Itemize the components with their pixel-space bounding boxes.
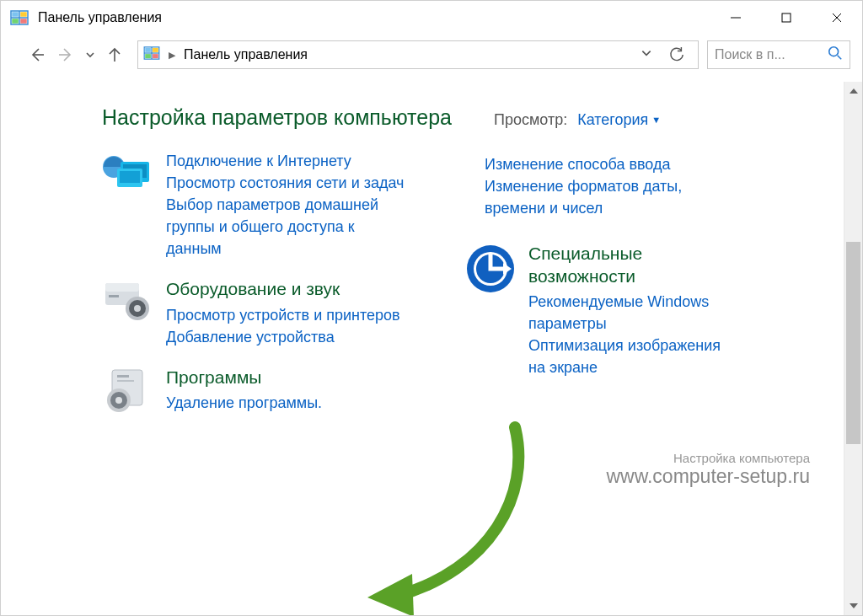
category-network: Подключение к Интернету Просмотр состоян… <box>102 150 405 260</box>
scroll-down-icon[interactable] <box>844 597 862 615</box>
link-homegroup-sharing[interactable]: Выбор параметров домашней группы и общег… <box>166 194 405 260</box>
breadcrumb-separator-icon: ▶ <box>169 50 175 61</box>
address-chevron-icon[interactable] <box>641 46 652 63</box>
maximize-button[interactable] <box>761 1 812 35</box>
svg-rect-2 <box>20 12 27 17</box>
link-recommended-settings[interactable]: Рекомендуемые Windows параметры <box>528 291 734 335</box>
scroll-up-icon[interactable] <box>844 82 862 100</box>
svg-rect-1 <box>12 12 19 17</box>
link-optimize-display[interactable]: Оптимизация изображения на экране <box>528 335 734 378</box>
navigation-bar: ▶ Панель управления <box>1 35 862 75</box>
category-region: Изменение способа ввода Изменение формат… <box>464 153 734 219</box>
watermark-line2: www.computer-setup.ru <box>606 465 810 488</box>
close-button[interactable] <box>812 1 862 35</box>
back-button[interactable] <box>26 44 48 66</box>
address-bar[interactable]: ▶ Панель управления <box>137 40 699 69</box>
category-title-hardware[interactable]: Оборудование и звук <box>166 278 405 300</box>
address-icon <box>143 46 160 64</box>
category-hardware: Оборудование и звук Просмотр устройств и… <box>102 278 405 347</box>
annotation-arrow-icon <box>363 419 549 615</box>
svg-rect-14 <box>153 47 158 51</box>
watermark: Настройка компьютера www.computer-setup.… <box>606 451 810 488</box>
content-area: Настройка параметров компьютера Просмотр… <box>1 82 844 615</box>
breadcrumb[interactable]: Панель управления <box>184 47 308 62</box>
hardware-icon <box>102 278 154 330</box>
ease-of-access-icon <box>464 243 517 295</box>
search-box[interactable] <box>707 40 850 69</box>
control-panel-icon <box>9 9 29 26</box>
link-change-input[interactable]: Изменение способа ввода <box>485 153 734 175</box>
svg-rect-6 <box>782 13 791 22</box>
svg-rect-23 <box>120 171 140 183</box>
svg-rect-4 <box>20 19 27 24</box>
view-label: Просмотр: <box>494 111 567 129</box>
search-icon[interactable] <box>828 46 843 64</box>
category-column-left: Подключение к Интернету Просмотр состоян… <box>102 158 405 437</box>
category-column-right: Изменение способа ввода Изменение формат… <box>464 158 734 437</box>
svg-rect-16 <box>153 53 158 57</box>
vertical-scrollbar[interactable] <box>844 82 862 615</box>
window-title: Панель управления <box>38 10 162 25</box>
page-heading: Настройка параметров компьютера <box>102 105 452 130</box>
link-add-device[interactable]: Добавление устройства <box>166 326 405 348</box>
svg-point-17 <box>829 47 839 56</box>
view-value-text: Категория <box>577 111 648 128</box>
minimize-button[interactable] <box>710 1 761 35</box>
link-network-status[interactable]: Просмотр состояния сети и задач <box>166 172 405 194</box>
up-button[interactable] <box>104 44 126 66</box>
svg-rect-13 <box>145 47 151 51</box>
refresh-button[interactable] <box>664 42 689 67</box>
scroll-thumb[interactable] <box>846 242 860 444</box>
svg-rect-32 <box>117 375 129 378</box>
svg-marker-41 <box>367 574 414 615</box>
svg-point-36 <box>115 397 122 404</box>
svg-marker-42 <box>850 88 858 94</box>
titlebar: Панель управления <box>1 1 862 35</box>
search-input[interactable] <box>715 47 828 62</box>
link-change-formats[interactable]: Изменение форматов даты, времени и чисел <box>485 175 734 219</box>
recent-chevron-icon[interactable] <box>83 44 97 66</box>
programs-icon <box>102 367 154 419</box>
window-controls <box>710 1 862 35</box>
category-programs: Программы Удаление программы. <box>102 367 405 419</box>
svg-marker-43 <box>850 603 858 608</box>
svg-line-18 <box>838 56 842 60</box>
network-icon <box>102 150 154 202</box>
svg-rect-15 <box>145 53 151 57</box>
svg-rect-33 <box>117 380 134 382</box>
link-uninstall-program[interactable]: Удаление программы. <box>166 392 405 414</box>
watermark-line1: Настройка компьютера <box>606 451 810 465</box>
forward-button[interactable] <box>55 44 77 66</box>
link-devices-printers[interactable]: Просмотр устройств и принтеров <box>166 304 405 326</box>
svg-rect-25 <box>105 283 139 292</box>
svg-point-29 <box>134 305 141 312</box>
svg-rect-3 <box>12 19 19 24</box>
chevron-down-icon: ▼ <box>651 115 661 125</box>
category-title-programs[interactable]: Программы <box>166 367 405 388</box>
svg-rect-26 <box>109 295 119 297</box>
link-connect-internet[interactable]: Подключение к Интернету <box>166 150 405 172</box>
view-dropdown[interactable]: Категория▼ <box>577 111 661 129</box>
category-title-ease[interactable]: Специальные возможности <box>528 243 734 287</box>
category-ease-of-access: Специальные возможности Рекомендуемые Wi… <box>464 243 734 378</box>
